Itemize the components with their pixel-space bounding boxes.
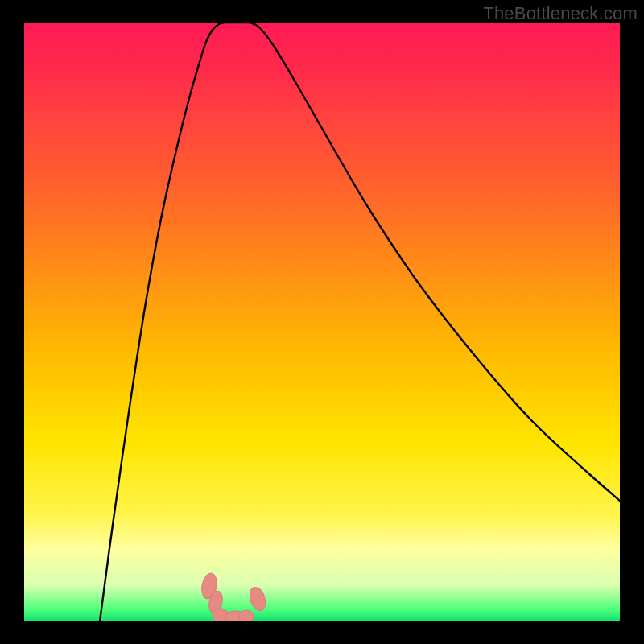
chart-svg: [24, 23, 620, 621]
plot-area: [24, 23, 620, 621]
watermark-text: TheBottleneck.com: [483, 3, 638, 24]
chart-frame: TheBottleneck.com: [0, 0, 644, 644]
marker-bottom-3: [239, 610, 254, 621]
marker-layer: [200, 572, 268, 621]
curve-layer: [100, 23, 620, 621]
marker-right: [247, 585, 268, 613]
series-right-arm: [250, 23, 620, 501]
series-left-arm: [100, 23, 224, 621]
